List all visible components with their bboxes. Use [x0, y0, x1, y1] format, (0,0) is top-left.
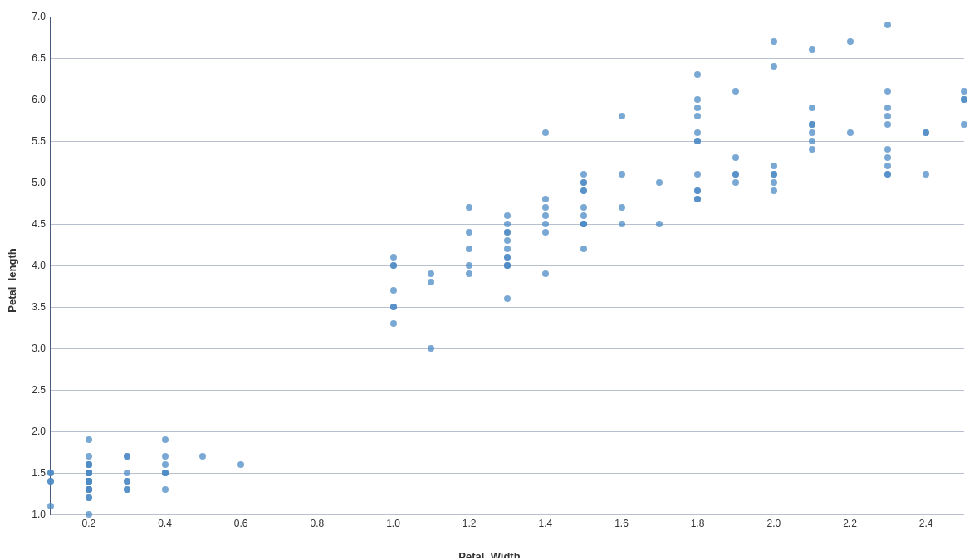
- data-point: [619, 171, 625, 178]
- data-point: [428, 345, 434, 352]
- data-point: [466, 204, 472, 211]
- data-point: [162, 470, 169, 476]
- data-point: [504, 237, 511, 244]
- y-gridline: [51, 183, 964, 183]
- y-tick-label: 2.5: [32, 384, 51, 396]
- data-point: [580, 187, 587, 194]
- data-point: [809, 105, 815, 111]
- data-point: [162, 461, 169, 468]
- data-point: [86, 436, 92, 443]
- data-point: [884, 154, 891, 161]
- data-point: [694, 105, 701, 111]
- data-point: [732, 154, 739, 161]
- data-point: [694, 113, 701, 119]
- data-point: [162, 486, 169, 493]
- data-point: [390, 254, 397, 261]
- data-point: [86, 494, 92, 501]
- data-point: [619, 113, 625, 119]
- data-point: [390, 320, 397, 327]
- data-point: [884, 146, 891, 153]
- data-point: [580, 204, 587, 211]
- x-tick-label: 2.0: [766, 514, 781, 529]
- x-tick-label: 0.6: [234, 514, 248, 529]
- y-gridline: [51, 17, 964, 17]
- data-point: [694, 129, 701, 136]
- data-point: [580, 212, 587, 219]
- data-point: [771, 187, 777, 194]
- data-point: [47, 503, 54, 509]
- data-point: [694, 171, 701, 178]
- data-point: [542, 204, 549, 211]
- data-point: [580, 179, 587, 186]
- x-tick-label: 1.6: [614, 514, 629, 529]
- data-point: [466, 246, 472, 252]
- data-point: [466, 262, 472, 269]
- data-point: [504, 221, 511, 227]
- data-point: [504, 254, 511, 261]
- data-point: [884, 121, 891, 128]
- data-point: [466, 229, 472, 236]
- data-point: [847, 38, 854, 45]
- data-point: [771, 63, 777, 70]
- data-point: [162, 453, 169, 460]
- data-point: [884, 171, 891, 178]
- data-point: [884, 113, 891, 119]
- y-gridline: [51, 141, 964, 142]
- x-tick-label: 0.4: [158, 514, 172, 529]
- y-gridline: [51, 307, 964, 308]
- data-point: [809, 146, 815, 153]
- data-point: [390, 304, 397, 310]
- x-tick-label: 2.2: [843, 514, 857, 529]
- data-point: [771, 171, 777, 178]
- data-point: [809, 138, 815, 144]
- data-point: [86, 478, 92, 485]
- data-point: [771, 38, 777, 45]
- y-gridline: [51, 473, 964, 474]
- data-point: [124, 478, 130, 485]
- data-point: [504, 262, 511, 269]
- y-tick-label: 3.5: [32, 301, 51, 313]
- x-tick-label: 1.0: [386, 514, 400, 529]
- data-point: [771, 179, 777, 186]
- y-tick-label: 2.0: [32, 426, 51, 437]
- y-tick-label: 4.0: [32, 260, 51, 271]
- data-point: [884, 163, 891, 169]
- data-point: [124, 453, 130, 460]
- data-point: [619, 204, 625, 211]
- data-point: [732, 179, 739, 186]
- data-point: [86, 470, 92, 476]
- data-point: [923, 129, 929, 136]
- data-point: [847, 129, 854, 136]
- data-point: [884, 105, 891, 111]
- data-point: [47, 478, 54, 485]
- data-point: [580, 171, 587, 178]
- data-point: [961, 88, 967, 95]
- data-point: [809, 129, 815, 136]
- x-tick-label: 1.8: [691, 514, 705, 529]
- y-tick-label: 1.0: [32, 509, 51, 520]
- data-point: [199, 453, 206, 460]
- y-gridline: [51, 348, 964, 349]
- data-point: [542, 229, 549, 236]
- data-point: [162, 436, 169, 443]
- data-point: [504, 229, 511, 236]
- y-gridline: [51, 431, 964, 432]
- y-axis-title: Petal_length: [6, 248, 18, 312]
- y-gridline: [51, 390, 964, 391]
- data-point: [390, 287, 397, 294]
- data-point: [694, 96, 701, 103]
- scatter-chart: Petal_length 1.01.52.02.53.03.54.04.55.0…: [0, 0, 979, 560]
- data-point: [809, 121, 815, 128]
- data-point: [619, 221, 625, 227]
- data-point: [47, 470, 54, 476]
- x-tick-label: 1.2: [463, 514, 477, 529]
- data-point: [466, 270, 472, 277]
- data-point: [390, 262, 397, 269]
- y-tick-label: 6.0: [32, 94, 51, 105]
- data-point: [656, 179, 663, 186]
- data-point: [124, 486, 130, 493]
- data-point: [542, 196, 549, 202]
- data-point: [656, 221, 663, 227]
- data-point: [580, 246, 587, 252]
- data-point: [86, 486, 92, 493]
